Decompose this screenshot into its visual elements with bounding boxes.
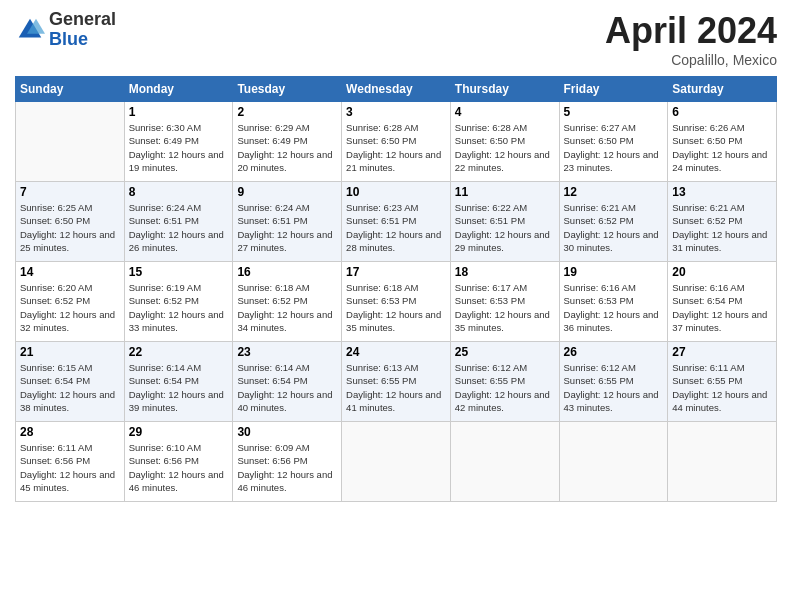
table-row: 8Sunrise: 6:24 AMSunset: 6:51 PMDaylight… [124, 182, 233, 262]
day-info: Sunrise: 6:29 AMSunset: 6:49 PMDaylight:… [237, 122, 332, 173]
table-row: 15Sunrise: 6:19 AMSunset: 6:52 PMDayligh… [124, 262, 233, 342]
table-row: 19Sunrise: 6:16 AMSunset: 6:53 PMDayligh… [559, 262, 668, 342]
day-info: Sunrise: 6:24 AMSunset: 6:51 PMDaylight:… [129, 202, 224, 253]
day-number: 19 [564, 265, 664, 279]
day-number: 16 [237, 265, 337, 279]
table-row [450, 422, 559, 502]
day-number: 10 [346, 185, 446, 199]
day-info: Sunrise: 6:23 AMSunset: 6:51 PMDaylight:… [346, 202, 441, 253]
table-row [559, 422, 668, 502]
table-row: 27Sunrise: 6:11 AMSunset: 6:55 PMDayligh… [668, 342, 777, 422]
day-number: 28 [20, 425, 120, 439]
day-number: 24 [346, 345, 446, 359]
day-info: Sunrise: 6:18 AMSunset: 6:52 PMDaylight:… [237, 282, 332, 333]
day-number: 15 [129, 265, 229, 279]
col-friday: Friday [559, 77, 668, 102]
table-row: 3Sunrise: 6:28 AMSunset: 6:50 PMDaylight… [342, 102, 451, 182]
day-number: 26 [564, 345, 664, 359]
table-row: 28Sunrise: 6:11 AMSunset: 6:56 PMDayligh… [16, 422, 125, 502]
day-number: 14 [20, 265, 120, 279]
title-block: April 2024 Copalillo, Mexico [605, 10, 777, 68]
table-row: 26Sunrise: 6:12 AMSunset: 6:55 PMDayligh… [559, 342, 668, 422]
col-wednesday: Wednesday [342, 77, 451, 102]
day-info: Sunrise: 6:30 AMSunset: 6:49 PMDaylight:… [129, 122, 224, 173]
table-row: 10Sunrise: 6:23 AMSunset: 6:51 PMDayligh… [342, 182, 451, 262]
table-row: 18Sunrise: 6:17 AMSunset: 6:53 PMDayligh… [450, 262, 559, 342]
table-row: 30Sunrise: 6:09 AMSunset: 6:56 PMDayligh… [233, 422, 342, 502]
day-number: 8 [129, 185, 229, 199]
table-row: 11Sunrise: 6:22 AMSunset: 6:51 PMDayligh… [450, 182, 559, 262]
logo: General Blue [15, 10, 116, 50]
logo-blue: Blue [49, 30, 116, 50]
table-row: 9Sunrise: 6:24 AMSunset: 6:51 PMDaylight… [233, 182, 342, 262]
table-row: 22Sunrise: 6:14 AMSunset: 6:54 PMDayligh… [124, 342, 233, 422]
day-info: Sunrise: 6:27 AMSunset: 6:50 PMDaylight:… [564, 122, 659, 173]
table-row: 17Sunrise: 6:18 AMSunset: 6:53 PMDayligh… [342, 262, 451, 342]
table-row [668, 422, 777, 502]
calendar-week-row: 7Sunrise: 6:25 AMSunset: 6:50 PMDaylight… [16, 182, 777, 262]
day-number: 25 [455, 345, 555, 359]
table-row: 5Sunrise: 6:27 AMSunset: 6:50 PMDaylight… [559, 102, 668, 182]
table-row: 7Sunrise: 6:25 AMSunset: 6:50 PMDaylight… [16, 182, 125, 262]
logo-icon [15, 15, 45, 45]
day-info: Sunrise: 6:12 AMSunset: 6:55 PMDaylight:… [455, 362, 550, 413]
logo-general: General [49, 10, 116, 30]
day-number: 6 [672, 105, 772, 119]
table-row: 1Sunrise: 6:30 AMSunset: 6:49 PMDaylight… [124, 102, 233, 182]
day-info: Sunrise: 6:11 AMSunset: 6:55 PMDaylight:… [672, 362, 767, 413]
day-number: 30 [237, 425, 337, 439]
table-row [16, 102, 125, 182]
table-row: 4Sunrise: 6:28 AMSunset: 6:50 PMDaylight… [450, 102, 559, 182]
day-number: 20 [672, 265, 772, 279]
day-info: Sunrise: 6:16 AMSunset: 6:53 PMDaylight:… [564, 282, 659, 333]
day-info: Sunrise: 6:25 AMSunset: 6:50 PMDaylight:… [20, 202, 115, 253]
calendar-header-row: Sunday Monday Tuesday Wednesday Thursday… [16, 77, 777, 102]
logo-text: General Blue [49, 10, 116, 50]
day-number: 1 [129, 105, 229, 119]
table-row: 13Sunrise: 6:21 AMSunset: 6:52 PMDayligh… [668, 182, 777, 262]
table-row: 14Sunrise: 6:20 AMSunset: 6:52 PMDayligh… [16, 262, 125, 342]
col-tuesday: Tuesday [233, 77, 342, 102]
table-row: 2Sunrise: 6:29 AMSunset: 6:49 PMDaylight… [233, 102, 342, 182]
table-row: 23Sunrise: 6:14 AMSunset: 6:54 PMDayligh… [233, 342, 342, 422]
title-month: April 2024 [605, 10, 777, 52]
day-info: Sunrise: 6:13 AMSunset: 6:55 PMDaylight:… [346, 362, 441, 413]
header: General Blue April 2024 Copalillo, Mexic… [15, 10, 777, 68]
day-number: 5 [564, 105, 664, 119]
calendar-table: Sunday Monday Tuesday Wednesday Thursday… [15, 76, 777, 502]
day-info: Sunrise: 6:28 AMSunset: 6:50 PMDaylight:… [346, 122, 441, 173]
table-row: 6Sunrise: 6:26 AMSunset: 6:50 PMDaylight… [668, 102, 777, 182]
day-info: Sunrise: 6:21 AMSunset: 6:52 PMDaylight:… [672, 202, 767, 253]
day-number: 21 [20, 345, 120, 359]
day-info: Sunrise: 6:19 AMSunset: 6:52 PMDaylight:… [129, 282, 224, 333]
day-info: Sunrise: 6:14 AMSunset: 6:54 PMDaylight:… [237, 362, 332, 413]
table-row: 25Sunrise: 6:12 AMSunset: 6:55 PMDayligh… [450, 342, 559, 422]
day-number: 22 [129, 345, 229, 359]
day-number: 13 [672, 185, 772, 199]
col-saturday: Saturday [668, 77, 777, 102]
calendar-week-row: 21Sunrise: 6:15 AMSunset: 6:54 PMDayligh… [16, 342, 777, 422]
table-row [342, 422, 451, 502]
day-number: 9 [237, 185, 337, 199]
table-row: 29Sunrise: 6:10 AMSunset: 6:56 PMDayligh… [124, 422, 233, 502]
day-info: Sunrise: 6:16 AMSunset: 6:54 PMDaylight:… [672, 282, 767, 333]
day-info: Sunrise: 6:28 AMSunset: 6:50 PMDaylight:… [455, 122, 550, 173]
col-thursday: Thursday [450, 77, 559, 102]
table-row: 21Sunrise: 6:15 AMSunset: 6:54 PMDayligh… [16, 342, 125, 422]
calendar-week-row: 14Sunrise: 6:20 AMSunset: 6:52 PMDayligh… [16, 262, 777, 342]
title-location: Copalillo, Mexico [605, 52, 777, 68]
day-number: 23 [237, 345, 337, 359]
col-monday: Monday [124, 77, 233, 102]
day-info: Sunrise: 6:12 AMSunset: 6:55 PMDaylight:… [564, 362, 659, 413]
day-number: 17 [346, 265, 446, 279]
day-info: Sunrise: 6:11 AMSunset: 6:56 PMDaylight:… [20, 442, 115, 493]
day-info: Sunrise: 6:20 AMSunset: 6:52 PMDaylight:… [20, 282, 115, 333]
col-sunday: Sunday [16, 77, 125, 102]
day-info: Sunrise: 6:22 AMSunset: 6:51 PMDaylight:… [455, 202, 550, 253]
day-info: Sunrise: 6:24 AMSunset: 6:51 PMDaylight:… [237, 202, 332, 253]
day-info: Sunrise: 6:15 AMSunset: 6:54 PMDaylight:… [20, 362, 115, 413]
day-info: Sunrise: 6:10 AMSunset: 6:56 PMDaylight:… [129, 442, 224, 493]
day-number: 27 [672, 345, 772, 359]
day-info: Sunrise: 6:26 AMSunset: 6:50 PMDaylight:… [672, 122, 767, 173]
table-row: 16Sunrise: 6:18 AMSunset: 6:52 PMDayligh… [233, 262, 342, 342]
